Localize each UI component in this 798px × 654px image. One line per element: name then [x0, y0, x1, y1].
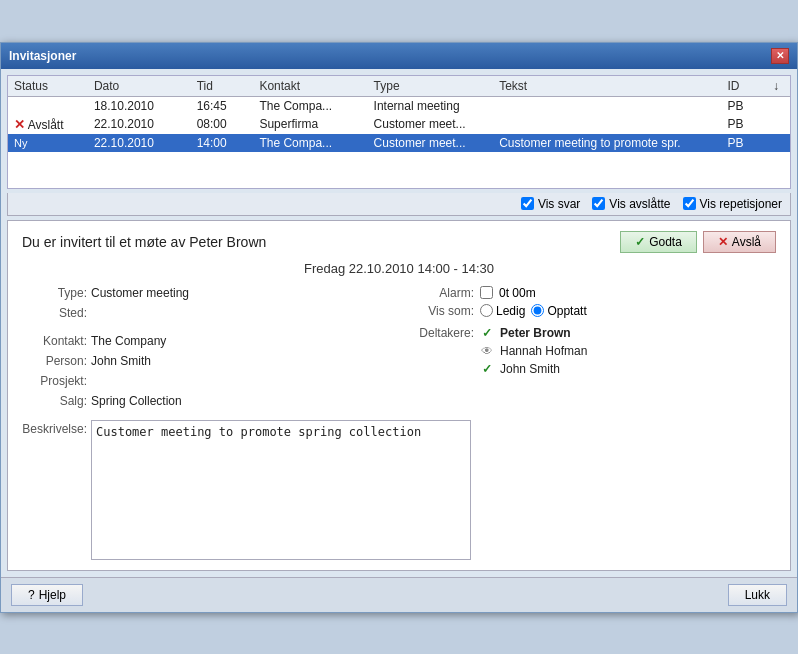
vis-svar-item: Vis svar [521, 197, 580, 211]
col-header-type: Type [368, 76, 494, 97]
row3-id: PB [721, 134, 767, 152]
col-header-id: ID [721, 76, 767, 97]
table-row[interactable]: Ny 22.10.2010 14:00 The Compa... Custome… [8, 134, 790, 152]
col-header-dato: Dato [88, 76, 191, 97]
lukk-button[interactable]: Lukk [728, 584, 787, 606]
col-header-tekst: Tekst [493, 76, 721, 97]
ledig-radio-label: Ledig [480, 304, 525, 318]
vis-avslatte-label: Vis avslåtte [609, 197, 670, 211]
deltaker1-check-icon: ✓ [480, 326, 494, 340]
salg-label: Salg: [22, 394, 87, 408]
title-bar: Invitasjoner ✕ [1, 43, 797, 69]
table-row[interactable]: ✕ Avslått 22.10.2010 08:00 Superfirma Cu… [8, 115, 790, 134]
deltakere-label: Deltakere: [409, 326, 474, 340]
beskrivelse-label: Beskrivelse: [22, 420, 87, 436]
row3-tid: 14:00 [191, 134, 254, 152]
type-row: Type: Customer meeting [22, 286, 389, 304]
vis-repetisjoner-label: Vis repetisjoner [700, 197, 783, 211]
table-row[interactable]: 18.10.2010 16:45 The Compa... Internal m… [8, 96, 790, 115]
salg-row: Salg: Spring Collection [22, 394, 389, 412]
window-title: Invitasjoner [9, 49, 76, 63]
kontakt-value: The Company [91, 334, 166, 348]
content-area: Status Dato Tid Kontakt Type Tekst ID ↓ [1, 69, 797, 577]
date-line: Fredag 22.10.2010 14:00 - 14:30 [22, 261, 776, 276]
row3-dato: 22.10.2010 [88, 134, 191, 152]
opptatt-radio[interactable] [531, 304, 544, 317]
kontakt-label: Kontakt: [22, 334, 87, 348]
status-x-icon: ✕ [14, 117, 25, 132]
person-label: Person: [22, 354, 87, 368]
vis-som-row: Vis som: Ledig Opptatt [409, 304, 776, 318]
vis-svar-label: Vis svar [538, 197, 580, 211]
row2-arrow [767, 115, 790, 134]
col-header-tid: Tid [191, 76, 254, 97]
row1-arrow [767, 96, 790, 115]
deltaker3-check-icon: ✓ [480, 362, 494, 376]
vis-repetisjoner-item: Vis repetisjoner [683, 197, 783, 211]
row3-status: Ny [8, 134, 88, 152]
salg-value: Spring Collection [91, 394, 182, 408]
empty-row [8, 170, 790, 188]
left-column: Type: Customer meeting Sted: Kontakt: Th… [22, 286, 389, 412]
close-button[interactable]: ✕ [771, 48, 789, 64]
avslaa-label: Avslå [732, 235, 761, 249]
opptatt-radio-label: Opptatt [531, 304, 586, 318]
row2-id: PB [721, 115, 767, 134]
alarm-checkbox[interactable] [480, 286, 493, 299]
invite-header: Du er invitert til et møte av Peter Brow… [22, 231, 776, 253]
godta-check-icon: ✓ [635, 235, 645, 249]
invitations-table: Status Dato Tid Kontakt Type Tekst ID ↓ [8, 76, 790, 188]
vis-avslatte-item: Vis avslåtte [592, 197, 670, 211]
row1-kontakt: The Compa... [253, 96, 367, 115]
bottom-bar: ? Hjelp Lukk [1, 577, 797, 612]
hjelp-icon: ? [28, 588, 35, 602]
row2-status-text: Avslått [28, 118, 64, 132]
filter-bar: Vis svar Vis avslåtte Vis repetisjoner [7, 193, 791, 216]
beskrivelse-textarea[interactable] [91, 420, 471, 560]
row1-type: Internal meeting [368, 96, 494, 115]
beskrivelse-section: Beskrivelse: [22, 420, 776, 560]
godta-label: Godta [649, 235, 682, 249]
vis-svar-checkbox[interactable] [521, 197, 534, 210]
kontakt-row: Kontakt: The Company [22, 334, 389, 352]
right-column: Alarm: 0t 00m Vis som: Ledig Oppt [409, 286, 776, 412]
invite-title: Du er invitert til et møte av Peter Brow… [22, 234, 266, 250]
deltakere-section: Deltakere: ✓ Peter Brown 👁 Hannah Hofman… [409, 324, 776, 378]
table-header-row: Status Dato Tid Kontakt Type Tekst ID ↓ [8, 76, 790, 97]
vis-repetisjoner-checkbox[interactable] [683, 197, 696, 210]
lukk-label: Lukk [745, 588, 770, 602]
deltaker1-name: Peter Brown [500, 326, 571, 340]
prosjekt-label: Prosjekt: [22, 374, 87, 388]
alarm-label: Alarm: [409, 286, 474, 300]
row3-kontakt: The Compa... [253, 134, 367, 152]
avslaa-button[interactable]: ✕ Avslå [703, 231, 776, 253]
row1-tekst [493, 96, 721, 115]
godta-button[interactable]: ✓ Godta [620, 231, 697, 253]
invitations-table-section: Status Dato Tid Kontakt Type Tekst ID ↓ [7, 75, 791, 189]
col-header-status: Status [8, 76, 88, 97]
row2-dato: 22.10.2010 [88, 115, 191, 134]
action-buttons: ✓ Godta ✕ Avslå [620, 231, 776, 253]
deltaker-row-1: Deltakere: ✓ Peter Brown [409, 324, 776, 342]
row1-tid: 16:45 [191, 96, 254, 115]
prosjekt-row: Prosjekt: [22, 374, 389, 392]
form-grid: Type: Customer meeting Sted: Kontakt: Th… [22, 286, 776, 412]
row3-type: Customer meet... [368, 134, 494, 152]
row1-id: PB [721, 96, 767, 115]
deltaker2-eye-icon: 👁 [480, 344, 494, 358]
ledig-radio[interactable] [480, 304, 493, 317]
vis-avslatte-checkbox[interactable] [592, 197, 605, 210]
ledig-label: Ledig [496, 304, 525, 318]
hjelp-button[interactable]: ? Hjelp [11, 584, 83, 606]
main-window: Invitasjoner ✕ Status Dato Tid Kontakt T… [0, 42, 798, 613]
col-header-sort: ↓ [767, 76, 790, 97]
sted-label: Sted: [22, 306, 87, 320]
hjelp-label: Hjelp [39, 588, 66, 602]
deltaker3-name: John Smith [500, 362, 560, 376]
alarm-value: 0t 00m [499, 286, 536, 300]
row3-arrow [767, 134, 790, 152]
details-section: Du er invitert til et møte av Peter Brow… [7, 220, 791, 571]
type-value: Customer meeting [91, 286, 189, 300]
row1-dato: 18.10.2010 [88, 96, 191, 115]
row2-status: ✕ Avslått [8, 115, 88, 134]
